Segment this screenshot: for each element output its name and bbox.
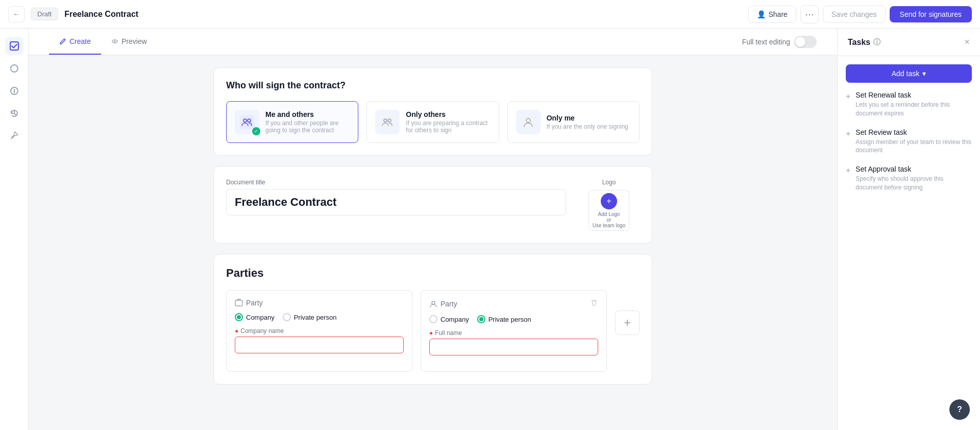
doc-area: Who will sign the contract? xyxy=(203,55,663,397)
party1-label: Party xyxy=(235,299,263,307)
task-approval-title: Set Approval task xyxy=(855,165,972,173)
party1-icon xyxy=(235,299,243,307)
sidebar-icon-info[interactable] xyxy=(5,82,23,100)
draft-badge: Draft xyxy=(31,8,58,20)
svg-rect-9 xyxy=(380,115,395,129)
share-icon: 👤 xyxy=(757,10,766,18)
eye-icon xyxy=(111,38,118,45)
tasks-info-icon: ⓘ xyxy=(873,38,880,47)
back-button[interactable]: ← xyxy=(8,6,24,22)
sign-option-only-me-desc: If you are the only one signing xyxy=(547,123,628,130)
party2-company-radio[interactable]: Company xyxy=(429,315,469,323)
party2-private-radio[interactable]: Private person xyxy=(477,315,531,323)
add-task-button[interactable]: Add task ▾ xyxy=(846,64,972,83)
sign-option-me-and-others-desc: If you and other people are going to sig… xyxy=(265,120,350,134)
party1-private-radio-circle xyxy=(283,313,291,321)
help-button[interactable]: ? xyxy=(949,399,970,420)
party2-private-radio-circle xyxy=(477,315,485,323)
sign-option-me-and-others[interactable]: ✓ Me and others If you and other people … xyxy=(226,101,358,143)
sign-section: Who will sign the contract? xyxy=(213,67,652,156)
party1-company-radio[interactable]: Company xyxy=(235,313,275,321)
sidebar-icon-checkbox[interactable] xyxy=(5,37,23,55)
full-text-editing-toggle-group: Full text editing xyxy=(742,36,817,48)
send-for-signatures-button[interactable]: Send for signatures xyxy=(890,6,972,22)
ellipsis-icon: ⋯ xyxy=(805,9,814,20)
tab-create[interactable]: Create xyxy=(49,29,101,55)
logo-upload-text: Add Logo or Use team logo xyxy=(593,211,625,228)
sign-option-me-and-others-label: Me and others xyxy=(265,110,350,118)
tab-bar: Create Preview Full text editing xyxy=(29,29,837,55)
share-button[interactable]: 👤 Share xyxy=(748,6,796,23)
header-right: 👤 Share ⋯ Save changes Send for signatur… xyxy=(748,5,972,23)
sidebar-icon-pin[interactable] xyxy=(5,127,23,145)
sign-option-only-me-text: Only me If you are the only one signing xyxy=(547,114,628,130)
party1-header: Party xyxy=(235,299,404,307)
party2-delete-button[interactable] xyxy=(590,299,598,309)
sidebar-icon-history[interactable] xyxy=(5,104,23,123)
party2-full-name-input[interactable] xyxy=(429,339,598,355)
party1-company-radio-dot xyxy=(237,315,241,319)
top-header: ← Draft Freelance Contract 👤 Share ⋯ Sav… xyxy=(0,0,980,29)
svg-rect-14 xyxy=(235,300,242,306)
header-left: ← Draft Freelance Contract xyxy=(8,6,138,22)
logo-add-icon: + xyxy=(601,193,617,209)
me-and-others-icon: ✓ xyxy=(235,110,259,134)
party1-company-radio-circle xyxy=(235,313,243,321)
logo-upload-area[interactable]: + Add Logo or Use team logo xyxy=(589,190,629,231)
task-item-review: + Set Review task Assign member of your … xyxy=(846,128,972,155)
only-me-icon xyxy=(516,110,541,134)
party2-icon xyxy=(429,300,437,308)
header-doc-title: Freelance Contract xyxy=(64,10,138,19)
task-list: + Set Renewal task Lets you set a remind… xyxy=(838,91,980,192)
logo-label: Logo xyxy=(602,179,616,186)
party1-private-radio[interactable]: Private person xyxy=(283,313,337,321)
task-approval-add-icon[interactable]: + xyxy=(846,165,850,192)
back-icon: ← xyxy=(13,10,19,18)
sign-option-only-others-text: Only others If you are preparing a contr… xyxy=(406,110,490,134)
party2-field-label: ● Full name xyxy=(429,329,598,337)
party2-radio-group: Company Private person xyxy=(429,315,598,323)
sign-options-group: ✓ Me and others If you and other people … xyxy=(226,101,640,143)
task-item-renewal: + Set Renewal task Lets you set a remind… xyxy=(846,91,972,118)
tasks-panel-title: Tasks ⓘ xyxy=(848,38,880,47)
task-renewal-desc: Lets you set a reminder before this docu… xyxy=(855,101,972,118)
tasks-panel-close-button[interactable]: × xyxy=(964,37,970,47)
party2-label: Party xyxy=(429,300,457,308)
sign-option-only-me-label: Only me xyxy=(547,114,628,122)
only-others-icon xyxy=(375,110,400,134)
task-review-add-icon[interactable]: + xyxy=(846,128,850,155)
svg-rect-12 xyxy=(521,115,535,129)
task-renewal-info: Set Renewal task Lets you set a reminder… xyxy=(855,91,972,118)
task-renewal-title: Set Renewal task xyxy=(855,91,972,99)
tabs: Create Preview xyxy=(49,29,157,54)
document-header-card: Document title Logo + Add Logo or Use te… xyxy=(213,166,652,244)
sign-option-me-and-others-text: Me and others If you and other people ar… xyxy=(265,110,350,134)
sign-section-title: Who will sign the contract? xyxy=(226,80,640,91)
task-review-info: Set Review task Assign member of your te… xyxy=(855,128,972,155)
task-renewal-add-icon[interactable]: + xyxy=(846,91,850,118)
svg-point-15 xyxy=(432,301,435,304)
save-changes-button[interactable]: Save changes xyxy=(823,6,886,23)
svg-point-1 xyxy=(11,65,18,72)
sidebar-icon-circle[interactable] xyxy=(5,59,23,78)
party1-company-name-input[interactable] xyxy=(235,337,404,353)
add-party-button[interactable]: + xyxy=(615,310,640,335)
center-content: Create Preview Full text editing xyxy=(29,29,837,430)
logo-section: Logo + Add Logo or Use team logo xyxy=(578,179,640,231)
svg-rect-6 xyxy=(240,115,254,129)
party-card-2: Party Company xyxy=(421,290,607,372)
doc-title-input[interactable] xyxy=(226,189,566,216)
check-badge: ✓ xyxy=(252,127,260,135)
party-card-1: Party Company xyxy=(226,290,412,372)
parties-grid: Party Company xyxy=(226,290,640,372)
sign-option-only-me[interactable]: Only me If you are the only one signing xyxy=(507,101,640,143)
more-options-button[interactable]: ⋯ xyxy=(800,5,819,23)
tasks-panel-header: Tasks ⓘ × xyxy=(838,29,980,56)
task-approval-desc: Specify who should approve this document… xyxy=(855,175,972,192)
task-review-desc: Assign member of your team to review thi… xyxy=(855,138,972,155)
full-text-toggle[interactable] xyxy=(794,36,817,48)
sign-option-only-others[interactable]: Only others If you are preparing a contr… xyxy=(366,101,499,143)
tab-preview[interactable]: Preview xyxy=(101,29,157,55)
parties-title: Parties xyxy=(226,267,640,280)
doc-title-label: Document title xyxy=(226,179,566,186)
